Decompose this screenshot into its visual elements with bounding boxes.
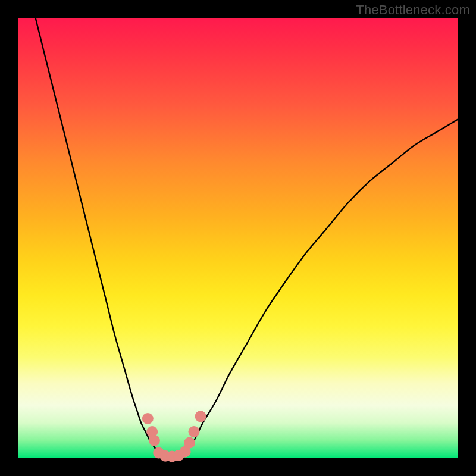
curve-right-curve [181,119,458,458]
curve-left-curve [36,18,164,458]
watermark-text: TheBottleneck.com [356,2,470,18]
marker-point [184,437,195,449]
marker-point [189,426,200,437]
curve-layer [36,18,458,458]
marker-layer [142,411,206,462]
marker-point [195,411,206,422]
chart-frame: TheBottleneck.com [0,0,476,476]
curves-svg [18,18,458,458]
marker-point [142,413,154,424]
marker-point [149,435,160,446]
plot-area [18,18,458,458]
